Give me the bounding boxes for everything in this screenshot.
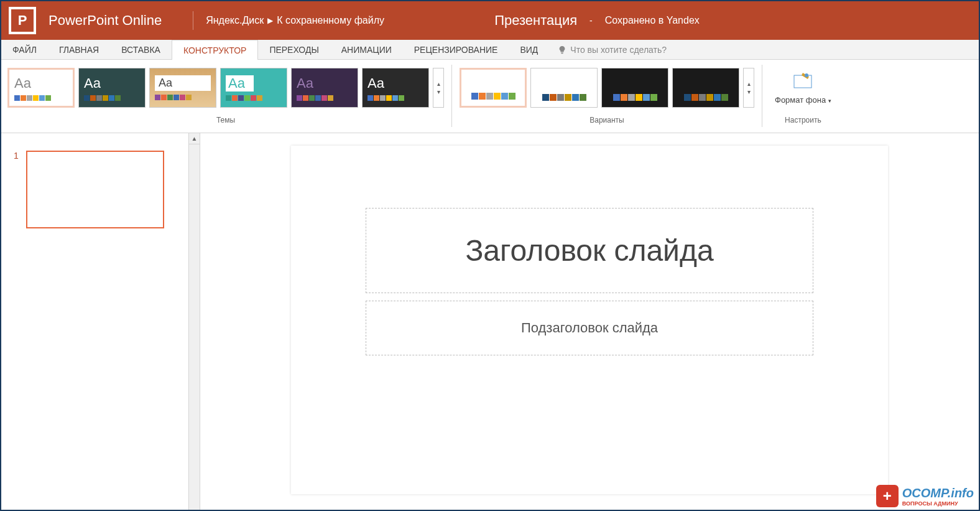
variant-3[interactable] <box>601 68 668 108</box>
variants-more-button[interactable]: ▴▾ <box>743 68 754 108</box>
separator <box>762 65 762 127</box>
separator <box>193 11 193 30</box>
slide-mini-preview[interactable] <box>26 151 164 228</box>
slide-thumbnail-item[interactable]: 1 <box>14 151 187 228</box>
slide-thumbnail-panel: 1 ▲ <box>1 133 200 511</box>
watermark-main: OCOMP.info <box>902 486 974 500</box>
ribbon-content: Aa Aa Aa Aa Aa Aa ▴▾ <box>1 60 979 133</box>
variant-1[interactable] <box>460 68 527 108</box>
breadcrumb-file[interactable]: К сохраненному файлу <box>277 15 384 26</box>
dash: - <box>589 16 593 26</box>
plus-icon: + <box>876 485 899 507</box>
theme-wisp[interactable]: Aa <box>291 68 358 108</box>
app-name: PowerPoint Online <box>49 12 162 29</box>
themes-more-button[interactable]: ▴▾ <box>433 68 444 108</box>
slide-title-text[interactable]: Заголовок слайда <box>379 233 800 268</box>
theme-office[interactable]: Aa <box>7 68 75 108</box>
ribbon-tabs: ФАЙЛ ГЛАВНАЯ ВСТАВКА КОНСТРУКТОР ПЕРЕХОД… <box>1 40 979 60</box>
themes-label: Темы <box>216 116 235 124</box>
slide-title-placeholder[interactable]: Заголовок слайда <box>366 208 813 293</box>
chevron-right-icon: ▶ <box>267 16 273 25</box>
theme-ion[interactable]: Aa <box>78 68 146 108</box>
variants-label: Варианты <box>589 116 624 124</box>
variant-2[interactable] <box>530 68 598 108</box>
tab-home[interactable]: ГЛАВНАЯ <box>48 40 110 59</box>
watermark-sub: ВОПРОСЫ АДМИНУ <box>902 500 974 507</box>
lightbulb-icon <box>558 45 566 54</box>
title-bar: P PowerPoint Online Яндекс.Диск ▶ К сохр… <box>1 1 979 40</box>
svg-point-1 <box>805 73 808 77</box>
tell-me-placeholder: Что вы хотите сделать? <box>570 45 667 55</box>
tab-insert[interactable]: ВСТАВКА <box>110 40 172 59</box>
separator <box>451 65 452 127</box>
theme-facet[interactable]: Aa <box>220 68 287 108</box>
chevron-down-icon: ▾ <box>828 98 831 104</box>
tab-file[interactable]: ФАЙЛ <box>1 40 48 59</box>
slide-number: 1 <box>14 151 19 228</box>
tab-transitions[interactable]: ПЕРЕХОДЫ <box>258 40 330 59</box>
tell-me-search[interactable]: Что вы хотите сделать? <box>549 40 675 59</box>
scroll-up-icon[interactable]: ▲ <box>189 133 200 144</box>
theme-retrospect[interactable]: Aa <box>362 68 429 108</box>
title-center: Презентация - Сохранено в Yandex <box>384 12 810 29</box>
format-background-button[interactable]: Формат фона ▾ <box>770 68 836 108</box>
slide-canvas[interactable]: Заголовок слайда Подзаголовок слайда <box>291 146 888 494</box>
variant-4[interactable] <box>672 68 739 108</box>
ribbon-group-variants: ▴▾ Варианты <box>457 62 757 133</box>
tab-design[interactable]: КОНСТРУКТОР <box>172 40 258 60</box>
tab-review[interactable]: РЕЦЕНЗИРОВАНИЕ <box>403 40 509 59</box>
slide-editor: Заголовок слайда Подзаголовок слайда + O… <box>200 133 979 511</box>
document-name[interactable]: Презентация <box>494 12 577 29</box>
breadcrumb-location[interactable]: Яндекс.Диск <box>206 15 264 26</box>
customize-label: Настроить <box>785 116 821 124</box>
format-bg-label: Формат фона ▾ <box>775 95 831 105</box>
app-icon: P <box>9 7 36 34</box>
slide-subtitle-text[interactable]: Подзаголовок слайда <box>379 320 800 336</box>
chevron-up-icon: ▴ <box>747 80 751 87</box>
chevron-up-icon: ▴ <box>437 80 440 87</box>
chevron-down-icon: ▾ <box>437 88 440 95</box>
chevron-down-icon: ▾ <box>747 88 751 95</box>
watermark: + OCOMP.info ВОПРОСЫ АДМИНУ <box>876 485 974 507</box>
theme-organic[interactable]: Aa <box>149 68 216 108</box>
ribbon-group-customize: Формат фона ▾ Настроить <box>767 62 839 133</box>
tab-animations[interactable]: АНИМАЦИИ <box>330 40 403 59</box>
slide-subtitle-placeholder[interactable]: Подзаголовок слайда <box>366 301 813 355</box>
tab-view[interactable]: ВИД <box>509 40 549 59</box>
ribbon-group-themes: Aa Aa Aa Aa Aa Aa ▴▾ <box>5 62 446 133</box>
panel-scrollbar[interactable]: ▲ <box>188 133 200 511</box>
breadcrumb[interactable]: Яндекс.Диск ▶ К сохраненному файлу <box>206 15 384 26</box>
format-background-icon <box>792 70 814 93</box>
saved-status: Сохранено в Yandex <box>605 15 700 26</box>
main-area: 1 ▲ Заголовок слайда Подзаголовок слайда… <box>1 133 979 511</box>
svg-rect-0 <box>794 75 811 88</box>
